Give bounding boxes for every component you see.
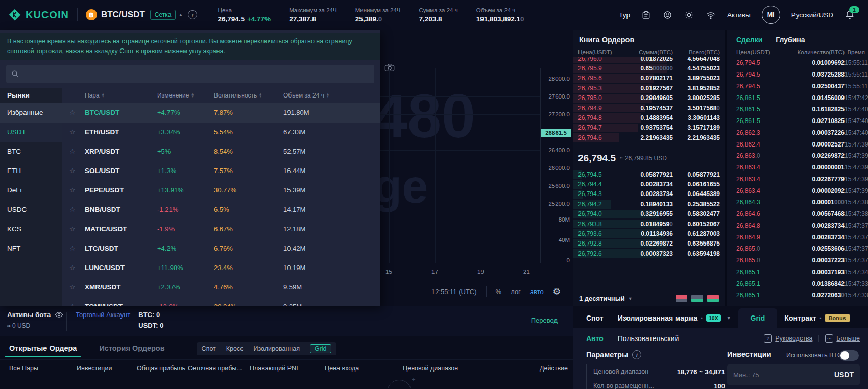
star-icon[interactable]: ☆ (62, 148, 85, 155)
user-avatar[interactable]: MI (762, 6, 780, 24)
percent-scale-button[interactable]: % (496, 288, 502, 296)
column-header[interactable]: Пара▲▼ (85, 92, 157, 99)
star-icon[interactable]: ☆ (62, 264, 85, 272)
mode-auto[interactable]: Авто (586, 334, 604, 343)
market-row[interactable]: ☆TOMI/USDT-13.9%29.04%9.35M (62, 297, 380, 307)
eye-icon[interactable] (55, 311, 63, 318)
trade-row[interactable]: 26,863.40.0000209215:47:39 (727, 185, 868, 197)
ask-row[interactable]: 26,795.30.019275673.81952852 (573, 83, 725, 93)
tour-link[interactable]: Тур (619, 11, 630, 19)
assets-menu[interactable]: Активы (727, 11, 751, 19)
bid-row[interactable]: 26,794.40.002837340.06161655 (573, 179, 725, 189)
market-row[interactable]: ☆MATIC/USDT-1.9%6.67%12.18M (62, 220, 380, 239)
mode-custom[interactable]: Пользовательский (618, 334, 679, 343)
star-icon[interactable]: ☆ (62, 283, 85, 291)
kucoin-logo[interactable]: KUCOIN (0, 8, 69, 21)
tab-spot[interactable]: Спот (573, 308, 611, 328)
trade-row[interactable]: 26,863.40.0226777915:47:39 (727, 174, 868, 185)
bid-row[interactable]: 26,794.50.058779210.05877921 (573, 169, 725, 179)
column-header[interactable]: Объем за 24 ч▲▼ (283, 92, 380, 99)
tab-depth[interactable]: Глубина (776, 36, 805, 44)
trade-row[interactable]: 26,864.80.0028373415:47:37 (727, 220, 868, 232)
star-icon[interactable]: ☆ (62, 128, 85, 136)
segment-кросс[interactable]: Кросс (226, 345, 244, 352)
trade-row[interactable]: 26,865.10.0272063015:47:33 (727, 289, 868, 301)
segment-спот[interactable]: Спот (202, 345, 216, 352)
ask-row[interactable]: 26,794.70.937537543.15717189 (573, 123, 725, 133)
bid-row[interactable]: 26,793.60.011349360.61287003 (573, 229, 725, 238)
market-row[interactable]: ☆LTC/USDT+4.2%6.76%10.42M (62, 239, 380, 258)
use-btc-toggle[interactable] (839, 350, 859, 361)
tab-open-orders[interactable]: Открытые Ордера (5, 344, 81, 357)
auto-scale-button[interactable]: авто (530, 288, 544, 296)
orders-column-header[interactable]: Плавающий PNL (250, 364, 300, 373)
trading-account-link[interactable]: Торговый Аккаунт (76, 311, 130, 329)
ask-row[interactable]: 26,794.80.148839543.30601143 (573, 113, 725, 123)
trade-row[interactable]: 26,864.90.0028373415:47:37 (727, 231, 868, 243)
sidebar-item-избранные[interactable]: Избранные (0, 103, 62, 123)
book-view-asks-icon[interactable] (676, 295, 687, 302)
bid-row[interactable]: 26,792.60.000373230.63594198 (573, 249, 725, 258)
orders-board-icon[interactable] (641, 10, 652, 20)
pair-info-icon[interactable]: i (188, 10, 197, 19)
sidebar-item-kcs[interactable]: KCS (0, 220, 62, 239)
star-icon[interactable]: ☆ (62, 167, 85, 175)
market-row[interactable]: ☆LUNC/USDT+11.98%23.4%10.19M (62, 258, 380, 278)
market-row[interactable]: ☆BNB/USDT-1.21%6.5%14.17M (62, 200, 380, 220)
trade-row[interactable]: 26,863.40.0000000115:47:39 (727, 162, 868, 174)
trade-row[interactable]: 26,794.50.0100969215:55:11 (727, 57, 868, 69)
more-link[interactable]: ··· Больше (825, 334, 860, 343)
ask-row[interactable]: 26,795.60.078021713.89755023 (573, 74, 725, 83)
trade-row[interactable]: 26,864.60.0056746815:47:38 (727, 208, 868, 220)
sidebar-item-btc[interactable]: BTC (0, 142, 62, 161)
market-row[interactable]: ☆SOL/USDT+1.3%7.57%16.44M (62, 161, 380, 181)
trade-row[interactable]: 26,865.00.0003722315:47:37 (727, 255, 868, 266)
tab-isolated-margin[interactable]: Изолированная маржа· 10X ▼ (611, 308, 738, 328)
ask-row[interactable]: 26,794.90.195745373.50175680 (573, 103, 725, 113)
grid-mode-chip[interactable]: Сетка (150, 10, 176, 20)
trade-row[interactable]: 26,865.10.0138684215:47:33 (727, 278, 868, 289)
investment-input[interactable]: Мин.: 75 USDT (727, 364, 860, 385)
sidebar-item-nft[interactable]: NFT (0, 239, 62, 258)
locale-selector[interactable]: Русский/USD (791, 11, 833, 19)
market-row[interactable]: ☆XMR/USDT+2.37%4.76%9.59M (62, 278, 380, 297)
ask-row[interactable]: 26,796.00.018720254.56647048 (573, 57, 725, 63)
trade-row[interactable]: 26,794.50.0372528815:55:11 (727, 69, 868, 81)
star-icon[interactable]: ☆ (62, 109, 85, 116)
bid-row[interactable]: 26,794.20.189401330.25385522 (573, 199, 725, 209)
market-search-box[interactable] (6, 65, 374, 83)
column-header[interactable]: Изменение▲▼ (157, 92, 214, 99)
star-icon[interactable]: ☆ (62, 225, 85, 233)
segment-изолированная[interactable]: Изолированная (254, 345, 300, 352)
star-icon[interactable]: ☆ (62, 245, 85, 252)
star-icon[interactable]: ☆ (62, 186, 85, 194)
support-chat-icon[interactable] (663, 10, 673, 20)
camera-snapshot-icon[interactable] (384, 63, 395, 72)
star-icon[interactable]: ☆ (62, 303, 85, 306)
market-row[interactable]: ☆BTC/USDT+4.77%7.87%191.80M (62, 103, 380, 123)
book-view-bids-icon[interactable] (691, 295, 703, 302)
bid-row[interactable]: 26,793.80.018495900.60152067 (573, 219, 725, 229)
trade-row[interactable]: 26,864.30.0000100015:47:38 (727, 197, 868, 208)
trade-row[interactable]: 26,794.50.0250043715:55:11 (727, 81, 868, 92)
orders-column-header[interactable]: Сеточная прибы... (188, 364, 242, 373)
trade-row[interactable]: 26,861.50.1618282515:47:40 (727, 104, 868, 115)
guides-link[interactable]: ? Руководства (764, 334, 812, 343)
tab-grid[interactable]: Grid (738, 308, 778, 328)
trade-row[interactable]: 26,865.10.0003719315:47:34 (727, 266, 868, 278)
notifications-bell[interactable]: 1 (845, 10, 855, 20)
column-header[interactable]: Волатильность▲▼ (214, 92, 283, 99)
search-input[interactable] (23, 69, 369, 78)
precision-selector[interactable]: 1 десятичный (579, 295, 625, 302)
trade-row[interactable]: 26,865.00.0255360615:47:37 (727, 243, 868, 255)
book-view-both-icon[interactable] (707, 295, 719, 302)
trade-row[interactable]: 26,861.50.0271082515:47:40 (727, 115, 868, 127)
tab-trades[interactable]: Сделки (736, 36, 762, 44)
trade-row[interactable]: 26,862.40.0000252715:47:39 (727, 138, 868, 150)
trade-row[interactable]: 26,861.50.0145600915:47:42 (727, 92, 868, 104)
ask-row[interactable]: 26,795.90.650000004.54755023 (573, 63, 725, 73)
sidebar-item-defi[interactable]: DeFi (0, 181, 62, 200)
star-icon[interactable]: ☆ (62, 206, 85, 213)
market-row[interactable]: ☆XRP/USDT+5%8.54%52.57M (62, 142, 380, 161)
sidebar-item-usdc[interactable]: USDC (0, 200, 62, 220)
